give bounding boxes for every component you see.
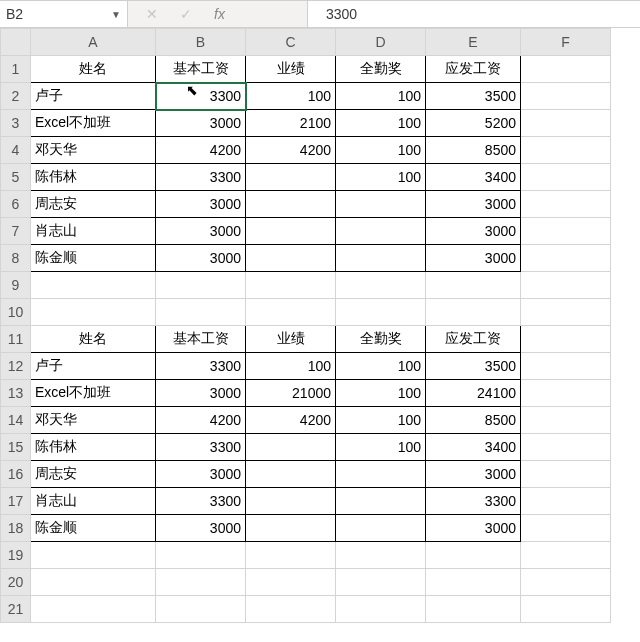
cell[interactable]: 3000	[426, 218, 521, 245]
cell[interactable]: 基本工资	[156, 326, 246, 353]
cell[interactable]	[156, 569, 246, 596]
cell[interactable]	[246, 569, 336, 596]
cell[interactable]: 4200	[156, 137, 246, 164]
row-header[interactable]: 12	[1, 353, 31, 380]
cell[interactable]	[246, 164, 336, 191]
row-header[interactable]: 6	[1, 191, 31, 218]
cell[interactable]	[521, 110, 611, 137]
row-header[interactable]: 10	[1, 299, 31, 326]
row-header[interactable]: 5	[1, 164, 31, 191]
cell[interactable]: 8500	[426, 137, 521, 164]
cell[interactable]: 2100	[246, 110, 336, 137]
cell[interactable]: 4200	[246, 407, 336, 434]
cell[interactable]: 业绩	[246, 56, 336, 83]
cell[interactable]	[521, 137, 611, 164]
cell[interactable]	[521, 83, 611, 110]
chevron-down-icon[interactable]: ▼	[111, 9, 121, 20]
cell[interactable]	[246, 245, 336, 272]
cell[interactable]: 陈伟林	[31, 164, 156, 191]
cell[interactable]: 3300	[156, 488, 246, 515]
cell[interactable]: 全勤奖	[336, 326, 426, 353]
cell[interactable]: 业绩	[246, 326, 336, 353]
cell[interactable]	[521, 353, 611, 380]
cell[interactable]: 100	[336, 137, 426, 164]
cell[interactable]	[336, 461, 426, 488]
cell[interactable]	[521, 461, 611, 488]
cell[interactable]	[521, 245, 611, 272]
cell[interactable]	[156, 299, 246, 326]
cell[interactable]	[246, 596, 336, 623]
row-header[interactable]: 1	[1, 56, 31, 83]
cell[interactable]: 姓名	[31, 56, 156, 83]
cell[interactable]: 3000	[156, 218, 246, 245]
cell[interactable]: 肖志山	[31, 218, 156, 245]
cell[interactable]: 姓名	[31, 326, 156, 353]
cell[interactable]	[336, 488, 426, 515]
cell[interactable]	[31, 542, 156, 569]
cell[interactable]: 卢子	[31, 83, 156, 110]
col-header-B[interactable]: B	[156, 29, 246, 56]
row-header[interactable]: 15	[1, 434, 31, 461]
row-header[interactable]: 19	[1, 542, 31, 569]
cell[interactable]: 周志安	[31, 191, 156, 218]
cell[interactable]	[156, 596, 246, 623]
row-header[interactable]: 21	[1, 596, 31, 623]
cell[interactable]: 3000	[426, 191, 521, 218]
cell[interactable]: 100	[246, 353, 336, 380]
row-header[interactable]: 14	[1, 407, 31, 434]
cell[interactable]: 100	[336, 434, 426, 461]
col-header-F[interactable]: F	[521, 29, 611, 56]
cell[interactable]: 3000	[426, 245, 521, 272]
cell[interactable]: 应发工资	[426, 56, 521, 83]
cancel-icon[interactable]: ✕	[146, 6, 158, 22]
cell[interactable]: 周志安	[31, 461, 156, 488]
cell[interactable]	[246, 488, 336, 515]
cell[interactable]	[521, 488, 611, 515]
cell[interactable]	[336, 299, 426, 326]
cell[interactable]: 3000	[426, 515, 521, 542]
cell[interactable]: 3000	[156, 191, 246, 218]
cell[interactable]: 3300	[426, 488, 521, 515]
cell[interactable]: 3500	[426, 83, 521, 110]
cell[interactable]: 卢子	[31, 353, 156, 380]
name-box[interactable]: B2 ▼	[0, 1, 128, 27]
cell[interactable]	[31, 299, 156, 326]
cell[interactable]	[246, 218, 336, 245]
cell[interactable]	[336, 569, 426, 596]
cell[interactable]: Excel不加班	[31, 380, 156, 407]
cell[interactable]	[521, 56, 611, 83]
row-header[interactable]: 9	[1, 272, 31, 299]
row-header[interactable]: 17	[1, 488, 31, 515]
cell[interactable]: 3300	[156, 434, 246, 461]
cell[interactable]: Excel不加班	[31, 110, 156, 137]
row-header[interactable]: 20	[1, 569, 31, 596]
cell[interactable]: 陈金顺	[31, 245, 156, 272]
cell[interactable]	[246, 515, 336, 542]
cell[interactable]: 3000	[156, 110, 246, 137]
cell[interactable]: 3000	[156, 245, 246, 272]
cell[interactable]	[521, 164, 611, 191]
cell[interactable]	[336, 191, 426, 218]
cell[interactable]: 100	[336, 380, 426, 407]
cell[interactable]: 100	[246, 83, 336, 110]
cell[interactable]: 100	[336, 407, 426, 434]
cell[interactable]	[521, 326, 611, 353]
cell[interactable]	[521, 407, 611, 434]
col-header-E[interactable]: E	[426, 29, 521, 56]
cell-active[interactable]: 3300 ⬉	[156, 83, 246, 110]
cell[interactable]: 3000	[156, 461, 246, 488]
cell[interactable]	[246, 272, 336, 299]
cell[interactable]	[336, 245, 426, 272]
col-header-A[interactable]: A	[31, 29, 156, 56]
cell[interactable]: 4200	[246, 137, 336, 164]
row-header[interactable]: 11	[1, 326, 31, 353]
cell[interactable]: 5200	[426, 110, 521, 137]
row-header[interactable]: 2	[1, 83, 31, 110]
cell[interactable]: 100	[336, 83, 426, 110]
cell[interactable]	[521, 434, 611, 461]
cell[interactable]: 8500	[426, 407, 521, 434]
row-header[interactable]: 4	[1, 137, 31, 164]
cell[interactable]	[246, 434, 336, 461]
cell[interactable]	[336, 515, 426, 542]
cell[interactable]	[246, 542, 336, 569]
